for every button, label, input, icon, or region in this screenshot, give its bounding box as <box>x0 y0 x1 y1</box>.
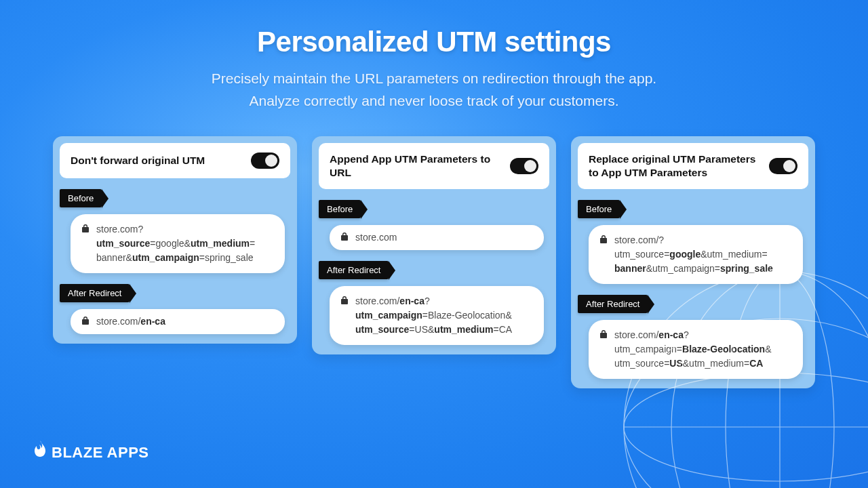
before-label: Before <box>319 200 361 218</box>
toggle-switch[interactable] <box>251 152 279 169</box>
url-text: store.com/?utm_source=google&utm_medium=… <box>614 233 773 276</box>
card-append: Append App UTM Parameters to URL Before … <box>312 136 556 354</box>
brand-logo: BLAZE APPS <box>31 441 149 465</box>
card-title: Append App UTM Parameters to URL <box>330 152 502 180</box>
url-before: store.com/?utm_source=google&utm_medium=… <box>589 225 803 284</box>
page-title: Personalized UTM settings <box>0 26 868 58</box>
card-title: Replace original UTM Parameters to App U… <box>589 152 761 180</box>
card-header: Don't forward original UTM <box>60 143 290 178</box>
url-text: store.com/en-ca?utm_campaign=Blaze-Geolo… <box>355 294 512 337</box>
url-after: store.com/en-ca?utm_campaign=Blaze-Geolo… <box>589 320 803 379</box>
card-header: Replace original UTM Parameters to App U… <box>578 143 808 189</box>
lock-icon <box>340 296 349 308</box>
lock-icon <box>81 316 90 328</box>
flame-icon <box>31 441 49 465</box>
lock-icon <box>340 232 349 244</box>
url-text: store.com?utm_source=google&utm_medium=b… <box>96 222 255 265</box>
lock-icon <box>81 224 90 236</box>
before-label: Before <box>60 189 102 207</box>
url-text: store.com <box>355 230 397 245</box>
after-label: After Redirect <box>60 284 130 302</box>
svg-point-1 <box>624 373 868 481</box>
after-label: After Redirect <box>319 261 389 279</box>
url-text: store.com/en-ca <box>96 314 165 329</box>
cards-row: Don't forward original UTM Before store.… <box>0 136 868 388</box>
card-replace: Replace original UTM Parameters to App U… <box>571 136 815 388</box>
card-dont-forward: Don't forward original UTM Before store.… <box>53 136 297 344</box>
brand-name: BLAZE APPS <box>52 444 149 462</box>
lock-icon <box>599 329 608 342</box>
page-subtitle: Precisely maintain the URL parameters on… <box>0 68 868 112</box>
url-after: store.com/en-ca?utm_campaign=Blaze-Geolo… <box>330 286 544 345</box>
card-title: Don't forward original UTM <box>71 154 205 167</box>
url-after: store.com/en-ca <box>71 309 285 334</box>
url-before: store.com <box>330 225 544 250</box>
toggle-switch[interactable] <box>510 158 538 174</box>
before-label: Before <box>578 200 620 218</box>
lock-icon <box>599 235 608 247</box>
card-header: Append App UTM Parameters to URL <box>319 143 549 189</box>
url-text: store.com/en-ca?utm_campaign=Blaze-Geolo… <box>614 328 772 371</box>
toggle-switch[interactable] <box>769 158 797 174</box>
url-before: store.com?utm_source=google&utm_medium=b… <box>71 214 285 273</box>
after-label: After Redirect <box>578 295 648 313</box>
